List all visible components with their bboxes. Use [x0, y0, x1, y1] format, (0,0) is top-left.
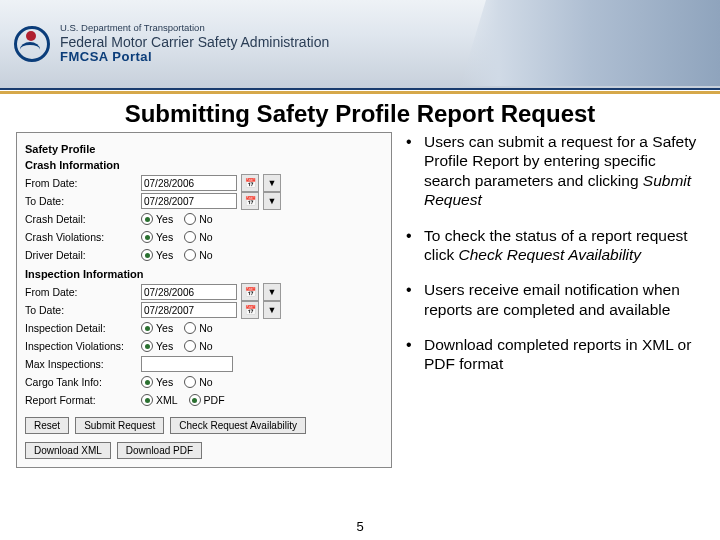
dropdown-icon[interactable]: ▼: [263, 174, 281, 192]
portal-name: FMCSA Portal: [60, 50, 329, 65]
driver-detail-row: Driver Detail: Yes No: [25, 246, 383, 264]
no-label: No: [199, 376, 212, 388]
max-inspections-input[interactable]: [141, 356, 233, 372]
header-banner: U.S. Department of Transportation Federa…: [0, 0, 720, 90]
cargo-tank-yes-radio[interactable]: [141, 376, 153, 388]
bullet-2: • To check the status of a report reques…: [406, 226, 704, 265]
calendar-icon[interactable]: 📅: [241, 301, 259, 319]
dept-name: U.S. Department of Transportation: [60, 23, 329, 34]
crash-detail-row: Crash Detail: Yes No: [25, 210, 383, 228]
insp-from-date-input[interactable]: 07/28/2006: [141, 284, 237, 300]
bullet-list: • Users can submit a request for a Safet…: [406, 132, 704, 468]
no-label: No: [199, 249, 212, 261]
insp-viol-yes-radio[interactable]: [141, 340, 153, 352]
check-availability-button[interactable]: Check Request Availability: [170, 417, 306, 434]
cargo-tank-label: Cargo Tank Info:: [25, 376, 137, 388]
cargo-tank-no-radio[interactable]: [184, 376, 196, 388]
yes-label: Yes: [156, 231, 173, 243]
to-date-label: To Date:: [25, 195, 137, 207]
yes-label: Yes: [156, 376, 173, 388]
crash-detail-yes-radio[interactable]: [141, 213, 153, 225]
yes-label: Yes: [156, 340, 173, 352]
bullet-4-text: Download completed reports in XML or PDF…: [424, 335, 704, 374]
to-date-label: To Date:: [25, 304, 137, 316]
page-number: 5: [356, 519, 363, 534]
bullet-icon: •: [406, 335, 424, 374]
driver-detail-no-radio[interactable]: [184, 249, 196, 261]
insp-viol-no-radio[interactable]: [184, 340, 196, 352]
slide-title: Submitting Safety Profile Report Request: [0, 94, 720, 132]
format-xml-radio[interactable]: [141, 394, 153, 406]
report-format-row: Report Format: XML PDF: [25, 391, 383, 409]
insp-to-row: To Date: 07/28/2007 📅 ▼: [25, 301, 383, 319]
from-date-label: From Date:: [25, 177, 137, 189]
dropdown-icon[interactable]: ▼: [263, 192, 281, 210]
insp-detail-no-radio[interactable]: [184, 322, 196, 334]
download-button-row: Download XML Download PDF: [25, 442, 383, 459]
section-safety-profile: Safety Profile: [25, 143, 383, 155]
bullet-3-text: Users receive email notification when re…: [424, 280, 704, 319]
dot-logo-icon: [14, 26, 50, 62]
bullet-icon: •: [406, 280, 424, 319]
bullet-icon: •: [406, 226, 424, 265]
yes-label: Yes: [156, 322, 173, 334]
max-inspections-row: Max Inspections:: [25, 355, 383, 373]
crash-from-row: From Date: 07/28/2006 📅 ▼: [25, 174, 383, 192]
insp-detail-row: Inspection Detail: Yes No: [25, 319, 383, 337]
no-label: No: [199, 213, 212, 225]
crash-detail-label: Crash Detail:: [25, 213, 137, 225]
calendar-icon[interactable]: 📅: [241, 192, 259, 210]
bullet-4: • Download completed reports in XML or P…: [406, 335, 704, 374]
crash-to-row: To Date: 07/28/2007 📅 ▼: [25, 192, 383, 210]
bullet-3: • Users receive email notification when …: [406, 280, 704, 319]
crash-viol-no-radio[interactable]: [184, 231, 196, 243]
content-area: Safety Profile Crash Information From Da…: [0, 132, 720, 468]
format-pdf-radio[interactable]: [189, 394, 201, 406]
calendar-icon[interactable]: 📅: [241, 174, 259, 192]
pdf-label: PDF: [204, 394, 225, 406]
bullet-icon: •: [406, 132, 424, 210]
reset-button[interactable]: Reset: [25, 417, 69, 434]
crash-violations-row: Crash Violations: Yes No: [25, 228, 383, 246]
crash-from-date-input[interactable]: 07/28/2006: [141, 175, 237, 191]
banner-image: [460, 0, 720, 86]
no-label: No: [199, 322, 212, 334]
cargo-tank-row: Cargo Tank Info: Yes No: [25, 373, 383, 391]
section-inspection-info: Inspection Information: [25, 268, 383, 280]
insp-violations-label: Inspection Violations:: [25, 340, 137, 352]
dropdown-icon[interactable]: ▼: [263, 301, 281, 319]
crash-to-date-input[interactable]: 07/28/2007: [141, 193, 237, 209]
insp-to-date-input[interactable]: 07/28/2007: [141, 302, 237, 318]
header-text: U.S. Department of Transportation Federa…: [60, 23, 329, 65]
driver-detail-label: Driver Detail:: [25, 249, 137, 261]
yes-label: Yes: [156, 213, 173, 225]
insp-from-row: From Date: 07/28/2006 📅 ▼: [25, 283, 383, 301]
report-format-label: Report Format:: [25, 394, 137, 406]
driver-detail-yes-radio[interactable]: [141, 249, 153, 261]
action-button-row: Reset Submit Request Check Request Avail…: [25, 417, 383, 434]
bullet-2-italic: Check Request Availability: [458, 246, 641, 263]
insp-detail-label: Inspection Detail:: [25, 322, 137, 334]
xml-label: XML: [156, 394, 178, 406]
insp-violations-row: Inspection Violations: Yes No: [25, 337, 383, 355]
crash-viol-yes-radio[interactable]: [141, 231, 153, 243]
crash-detail-no-radio[interactable]: [184, 213, 196, 225]
calendar-icon[interactable]: 📅: [241, 283, 259, 301]
dropdown-icon[interactable]: ▼: [263, 283, 281, 301]
submit-request-button[interactable]: Submit Request: [75, 417, 164, 434]
form-screenshot: Safety Profile Crash Information From Da…: [16, 132, 392, 468]
no-label: No: [199, 340, 212, 352]
insp-detail-yes-radio[interactable]: [141, 322, 153, 334]
no-label: No: [199, 231, 212, 243]
bullet-1: • Users can submit a request for a Safet…: [406, 132, 704, 210]
from-date-label: From Date:: [25, 286, 137, 298]
section-crash-info: Crash Information: [25, 159, 383, 171]
agency-name: Federal Motor Carrier Safety Administrat…: [60, 34, 329, 50]
download-pdf-button[interactable]: Download PDF: [117, 442, 202, 459]
download-xml-button[interactable]: Download XML: [25, 442, 111, 459]
crash-violations-label: Crash Violations:: [25, 231, 137, 243]
yes-label: Yes: [156, 249, 173, 261]
max-inspections-label: Max Inspections:: [25, 358, 137, 370]
